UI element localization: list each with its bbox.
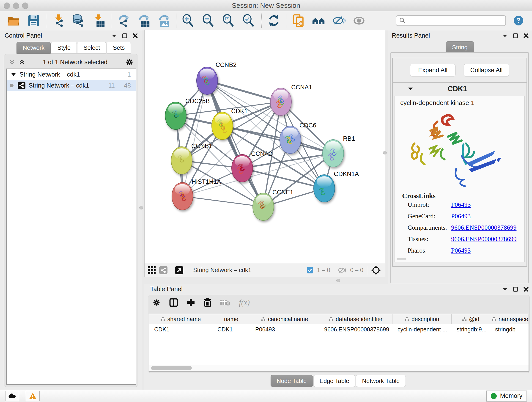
network-node-cdk1[interactable] <box>212 112 233 140</box>
delete-column-icon[interactable] <box>204 298 211 307</box>
import-table-icon[interactable] <box>92 13 106 28</box>
tab-network[interactable]: Network <box>17 42 51 54</box>
column-header--id[interactable]: @id <box>452 314 490 324</box>
zoom-in-icon[interactable] <box>181 13 196 28</box>
table-gear-icon[interactable] <box>152 298 161 307</box>
table-cell[interactable]: CDK1 <box>212 326 250 333</box>
crosslink-link[interactable]: 9606.ENSP00000378699 <box>451 235 516 243</box>
crosslink-link[interactable]: P06493 <box>451 212 471 220</box>
show-panels-icon[interactable] <box>352 13 366 28</box>
results-hscroll-thumb[interactable] <box>397 258 406 260</box>
column-header-database-identifier[interactable]: database identifier <box>319 314 393 324</box>
network-options-gear-icon[interactable] <box>125 58 133 66</box>
collapse-all-button[interactable]: Collapse All <box>464 64 509 76</box>
table-cell[interactable]: CDK1 <box>149 326 212 333</box>
node-table[interactable]: shared namenamecanonical namedatabase id… <box>149 314 529 371</box>
column-header-namespace[interactable]: namespace <box>490 314 529 324</box>
network-node-ccnb1[interactable] <box>171 147 192 174</box>
float-panel-icon[interactable] <box>513 33 518 38</box>
column-header-canonical-name[interactable]: canonical name <box>250 314 319 324</box>
close-panel-icon[interactable] <box>523 287 529 292</box>
tab-edge-table[interactable]: Edge Table <box>313 375 355 387</box>
panel-menu-icon[interactable] <box>502 34 508 38</box>
network-row-selected[interactable]: String Network – cdk1 11 48 <box>7 80 136 91</box>
birdseye-view-icon[interactable] <box>175 266 183 274</box>
table-cell[interactable]: 9606.ENSP00000378699 <box>319 326 393 333</box>
minimize-window-button[interactable] <box>13 2 19 9</box>
refresh-view-icon[interactable] <box>267 13 281 28</box>
zoom-out-icon[interactable] <box>202 13 216 28</box>
close-panel-icon[interactable] <box>133 33 138 38</box>
tab-node-table[interactable]: Node Table <box>271 375 313 387</box>
bottom-splitter-handle[interactable] <box>336 279 340 282</box>
maximize-window-button[interactable] <box>22 2 28 9</box>
duplicate-network-icon[interactable] <box>291 13 306 28</box>
tab-network-table[interactable]: Network Table <box>356 375 406 387</box>
export-table-icon[interactable] <box>137 13 151 28</box>
table-hscroll-thumb[interactable] <box>151 366 192 370</box>
network-node-cdc25b[interactable] <box>165 102 186 129</box>
zoom-selected-icon[interactable] <box>242 13 256 28</box>
crosslink-link[interactable]: P06493 <box>451 247 471 254</box>
cloud-button[interactable] <box>5 391 19 401</box>
first-neighbors-icon[interactable] <box>312 13 326 28</box>
network-collection-row[interactable]: String Network – cdk1 1 <box>7 69 136 80</box>
table-row[interactable]: CDK1CDK1P064939606.ENSP00000378699cyclin… <box>149 324 529 334</box>
save-session-icon[interactable] <box>27 13 41 28</box>
search-box[interactable] <box>396 15 506 26</box>
network-edge[interactable] <box>222 126 333 153</box>
left-splitter-handle[interactable] <box>139 206 143 210</box>
import-network-icon[interactable] <box>51 13 65 28</box>
collapse-all-networks-icon[interactable] <box>9 59 15 65</box>
warnings-button[interactable] <box>26 391 40 401</box>
tab-sets[interactable]: Sets <box>107 42 131 54</box>
network-node-rb1[interactable] <box>323 140 344 167</box>
hide-panels-icon[interactable] <box>332 13 346 28</box>
panel-menu-icon[interactable] <box>502 287 508 291</box>
show-columns-icon[interactable] <box>169 298 178 307</box>
expand-all-button[interactable]: Expand All <box>410 64 456 76</box>
right-splitter-handle[interactable] <box>383 151 387 154</box>
tab-style[interactable]: Style <box>51 42 77 54</box>
table-hscrollbar[interactable] <box>149 365 529 371</box>
tab-select[interactable]: Select <box>77 42 106 54</box>
grid-view-icon[interactable] <box>148 266 156 274</box>
import-network-database-icon[interactable] <box>71 13 86 28</box>
network-node-ccna2[interactable] <box>232 154 253 182</box>
network-node-cdkn1a[interactable] <box>314 175 335 202</box>
network-node-hist1h1a[interactable] <box>172 182 193 210</box>
memory-button[interactable]: Memory <box>486 390 527 402</box>
column-header-shared-name[interactable]: shared name <box>149 314 212 324</box>
add-column-icon[interactable] <box>187 298 195 307</box>
panel-menu-icon[interactable] <box>111 34 117 38</box>
open-session-icon[interactable] <box>6 13 21 28</box>
float-panel-icon[interactable] <box>513 287 518 292</box>
column-header-description[interactable]: description <box>393 314 452 324</box>
table-cell[interactable]: cyclin-dependent ... <box>393 326 452 333</box>
network-node-cdc6[interactable] <box>280 126 301 153</box>
column-header-name[interactable]: name <box>212 314 250 324</box>
export-image-icon[interactable] <box>157 13 171 28</box>
entry-expander-icon[interactable] <box>408 87 413 91</box>
network-node-ccnb2[interactable] <box>196 67 218 95</box>
network-edge[interactable] <box>182 196 263 207</box>
crosslink-link[interactable]: P06493 <box>451 201 471 208</box>
collection-expander-icon[interactable] <box>11 73 16 76</box>
expand-all-networks-icon[interactable] <box>19 59 25 65</box>
network-node-ccne1[interactable] <box>253 193 274 220</box>
crosslink-link[interactable]: 9606.ENSP00000378699 <box>451 224 516 231</box>
table-cell[interactable]: stringdb:9... <box>452 326 490 333</box>
network-share-toggle-icon[interactable] <box>159 266 167 274</box>
network-edge[interactable] <box>207 81 263 207</box>
table-cell[interactable]: stringdb <box>490 326 529 333</box>
export-network-icon[interactable] <box>116 13 131 28</box>
fit-selected-crosshair-icon[interactable] <box>371 265 381 275</box>
close-panel-icon[interactable] <box>523 33 529 38</box>
search-input[interactable] <box>408 17 503 25</box>
help-icon[interactable]: ? <box>511 13 526 28</box>
network-node-ccna1[interactable] <box>270 88 291 115</box>
selected-checkbox-icon[interactable] <box>307 267 313 274</box>
float-panel-icon[interactable] <box>122 33 127 38</box>
table-cell[interactable]: P06493 <box>250 326 319 333</box>
close-window-button[interactable] <box>4 2 10 9</box>
